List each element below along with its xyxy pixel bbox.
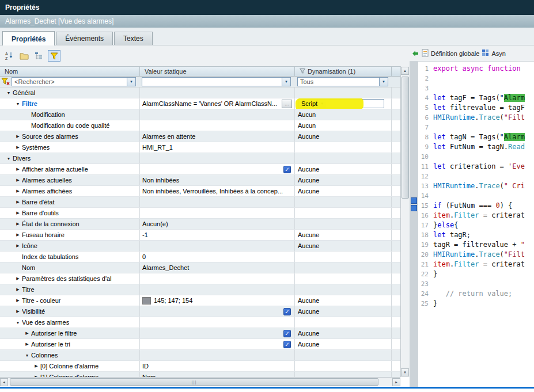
tab[interactable]: Textes bbox=[114, 32, 153, 45]
expand-arrow-icon[interactable]: ▶ bbox=[14, 178, 22, 182]
expand-arrow-icon[interactable]: ▼ bbox=[14, 102, 22, 106]
table-row[interactable]: ▶Alarmes affichéesNon inhibées, Verrouil… bbox=[0, 186, 400, 197]
row-dynamization-cell[interactable] bbox=[295, 197, 392, 207]
filter-icon[interactable] bbox=[48, 50, 60, 62]
table-row[interactable]: ▶SystèmesHMI_RT_1 bbox=[0, 142, 400, 153]
row-dynamization-cell[interactable] bbox=[295, 372, 392, 377]
row-dynamization-cell[interactable]: Aucune bbox=[295, 339, 392, 349]
checkbox-checked[interactable]: ✓ bbox=[283, 330, 291, 337]
row-dynamization-cell[interactable] bbox=[295, 284, 392, 295]
table-row[interactable]: ▶Fuseau horaire-1Aucune bbox=[0, 230, 400, 241]
row-dynamization-cell[interactable]: Aucune bbox=[295, 306, 392, 317]
row-value-cell[interactable] bbox=[140, 273, 295, 284]
synchronize-icon[interactable] bbox=[411, 49, 419, 58]
table-row[interactable]: ▼FiltreAlarmClassName = 'Vannes' OR Alar… bbox=[0, 98, 400, 109]
checkbox-checked[interactable]: ✓ bbox=[283, 341, 291, 348]
dynamization-dropdown[interactable]: Script▼ bbox=[298, 99, 384, 108]
table-row[interactable]: ▶Source des alarmesAlarmes en attenteAuc… bbox=[0, 131, 400, 142]
tab[interactable]: Événements bbox=[56, 32, 113, 45]
row-value-cell[interactable]: 0 bbox=[140, 252, 295, 262]
table-row[interactable]: ▶Paramètres des statistiques d'al bbox=[0, 273, 400, 284]
row-dynamization-cell[interactable]: Aucune bbox=[295, 295, 392, 306]
row-dynamization-cell[interactable]: Aucun bbox=[295, 120, 392, 131]
row-value-cell[interactable] bbox=[140, 197, 295, 207]
tree-list-icon[interactable] bbox=[33, 50, 46, 62]
table-row[interactable]: ▶[1] Colonne d'alarmeNom bbox=[0, 372, 400, 377]
table-row[interactable]: ▼Colonnes bbox=[0, 350, 400, 361]
vertical-scrollbar[interactable]: ▲ ▼ bbox=[400, 66, 410, 377]
async-icon[interactable] bbox=[482, 49, 489, 58]
row-value-cell[interactable]: Non inhibées bbox=[140, 175, 295, 185]
search-input[interactable]: <Rechercher> ▼ bbox=[12, 77, 136, 86]
expand-arrow-icon[interactable]: ▼ bbox=[23, 353, 31, 357]
table-row[interactable]: ▼Général bbox=[0, 87, 400, 98]
table-row[interactable]: ▶Autoriser le tri✓Aucune bbox=[0, 339, 400, 350]
row-value-cell[interactable] bbox=[140, 317, 295, 328]
row-dynamization-cell[interactable]: Aucune bbox=[295, 186, 392, 196]
table-row[interactable]: ▶Afficher alarme actuelle✓Aucune bbox=[0, 164, 400, 175]
horizontal-scrollbar[interactable]: ◄ ||| ► bbox=[0, 377, 400, 386]
row-value-cell[interactable]: ✓ bbox=[140, 164, 295, 174]
expand-arrow-icon[interactable]: ▶ bbox=[23, 331, 31, 336]
expand-arrow-icon[interactable]: ▶ bbox=[14, 243, 22, 248]
table-row[interactable]: ▶Alarmes actuellesNon inhibéesAucune bbox=[0, 175, 400, 186]
row-value-cell[interactable] bbox=[140, 241, 295, 251]
scroll-up-icon[interactable]: ▲ bbox=[401, 67, 409, 75]
row-dynamization-cell[interactable] bbox=[295, 142, 392, 153]
scroll-down-icon[interactable]: ▼ bbox=[401, 368, 409, 376]
splitter-handle[interactable] bbox=[411, 205, 417, 211]
row-dynamization-cell[interactable] bbox=[295, 153, 392, 163]
row-dynamization-cell[interactable]: Aucun bbox=[295, 109, 392, 120]
sort-icon[interactable]: AZ bbox=[3, 50, 16, 62]
chevron-down-icon[interactable]: ▼ bbox=[127, 78, 135, 86]
table-row[interactable]: ▶État de la connexionAucun(e) bbox=[0, 219, 400, 230]
table-row[interactable]: ▶IcôneAucune bbox=[0, 241, 400, 252]
row-value-cell[interactable]: ✓ bbox=[140, 328, 295, 338]
row-value-cell[interactable]: Alarmes en attente bbox=[140, 131, 295, 142]
row-dynamization-cell[interactable]: Aucune bbox=[295, 175, 392, 185]
row-value-cell[interactable]: 145; 147; 154 bbox=[140, 295, 295, 306]
row-value-cell[interactable] bbox=[140, 87, 295, 98]
table-row[interactable]: ▼Vue des alarmes bbox=[0, 317, 400, 328]
vertical-scroll-thumb[interactable] bbox=[402, 77, 409, 199]
expand-arrow-icon[interactable]: ▶ bbox=[14, 276, 22, 281]
row-dynamization-cell[interactable] bbox=[295, 350, 392, 360]
row-value-cell[interactable]: ✓ bbox=[140, 339, 295, 349]
row-dynamization-cell[interactable] bbox=[295, 317, 392, 328]
table-row[interactable]: ▶Autoriser le filtre✓Aucune bbox=[0, 328, 400, 339]
horizontal-scroll-thumb[interactable]: ||| bbox=[10, 378, 378, 386]
expand-arrow-icon[interactable]: ▶ bbox=[32, 364, 40, 368]
row-value-cell[interactable] bbox=[140, 208, 295, 218]
table-row[interactable]: Modification du code qualitéAucun bbox=[0, 120, 400, 131]
splitter-handle[interactable] bbox=[411, 197, 417, 204]
row-value-cell[interactable] bbox=[140, 120, 295, 131]
global-definition-label[interactable]: Définition globale bbox=[431, 50, 479, 57]
checkbox-checked[interactable]: ✓ bbox=[283, 308, 291, 315]
table-row[interactable]: NomAlarmes_Dechet bbox=[0, 262, 400, 273]
global-definition-icon[interactable] bbox=[422, 49, 429, 58]
expand-arrow-icon[interactable]: ▶ bbox=[23, 342, 31, 347]
expand-arrow-icon[interactable]: ▶ bbox=[14, 309, 22, 314]
code-area[interactable]: 1export async function 234let tagF = Tag… bbox=[418, 62, 534, 387]
table-row[interactable]: ▼Divers bbox=[0, 153, 400, 164]
color-swatch[interactable] bbox=[142, 297, 151, 305]
expand-arrow-icon[interactable]: ▶ bbox=[14, 211, 22, 215]
scroll-left-icon[interactable]: ◄ bbox=[0, 378, 8, 386]
chevron-down-icon[interactable]: ▼ bbox=[379, 78, 388, 86]
row-dynamization-cell[interactable]: Script▼ bbox=[295, 98, 392, 109]
expand-arrow-icon[interactable]: ▶ bbox=[14, 134, 22, 139]
expand-arrow-icon[interactable]: ▶ bbox=[14, 233, 22, 237]
expand-arrow-icon[interactable]: ▶ bbox=[14, 200, 22, 204]
table-row[interactable]: ▶Visibilité✓Aucune bbox=[0, 306, 400, 317]
row-value-cell[interactable] bbox=[140, 350, 295, 360]
table-row[interactable]: ModificationAucun bbox=[0, 109, 400, 120]
clear-filter-icon[interactable] bbox=[1, 78, 10, 86]
async-label[interactable]: Asyn bbox=[491, 50, 505, 57]
checkbox-checked[interactable]: ✓ bbox=[283, 166, 291, 173]
row-value-cell[interactable]: -1 bbox=[140, 230, 295, 240]
row-dynamization-cell[interactable] bbox=[295, 252, 392, 262]
folder-icon[interactable] bbox=[18, 50, 31, 62]
row-value-cell[interactable]: Aucun(e) bbox=[140, 219, 295, 229]
ellipsis-button[interactable]: ... bbox=[282, 100, 292, 108]
row-dynamization-cell[interactable] bbox=[295, 219, 392, 229]
